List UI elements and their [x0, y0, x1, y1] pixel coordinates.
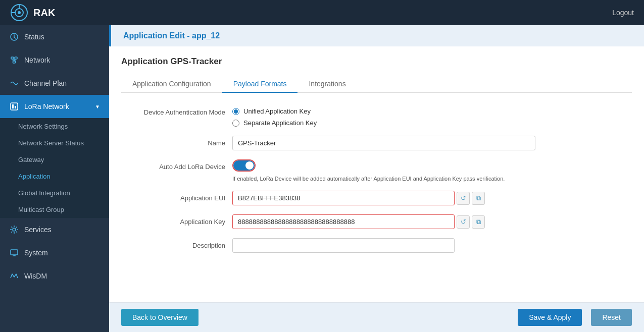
auto-add-label: Auto Add LoRa Device	[121, 159, 232, 171]
footer-right-buttons: Save & Apply Reset	[518, 309, 632, 326]
reset-button[interactable]: Reset	[591, 309, 632, 326]
description-label: Description	[121, 238, 232, 249]
auto-add-wrapper: If enabled, LoRa Device will be added au…	[232, 159, 535, 182]
content-area: Application GPS-Tracker Application Conf…	[109, 46, 644, 302]
sidebar-item-wisdm[interactable]: WisDM	[0, 264, 109, 288]
sidebar-item-lora-network[interactable]: LoRa Network ▼	[0, 95, 109, 118]
name-field-wrapper	[232, 136, 535, 150]
services-icon	[9, 225, 19, 235]
svg-rect-12	[12, 104, 14, 108]
auth-option-unified[interactable]: Unified Application Key	[232, 107, 535, 115]
lora-expand-arrow: ▼	[95, 104, 100, 109]
eui-input[interactable]	[232, 191, 455, 205]
tab-integrations[interactable]: Integrations	[298, 76, 357, 93]
eui-refresh-button[interactable]: ↺	[457, 192, 470, 205]
footer: Back to Overview Save & Apply Reset	[109, 302, 644, 332]
wisdm-icon	[9, 271, 19, 281]
sidebar-item-network-server-status[interactable]: Network Server Status	[0, 135, 109, 151]
sidebar-item-lora-label: LoRa Network	[24, 102, 69, 110]
svg-rect-13	[15, 106, 16, 108]
sidebar-item-application[interactable]: Application	[0, 168, 109, 185]
eui-input-group: ↺ ⧉	[232, 191, 535, 205]
main-area: Application Edit - app_12 Application GP…	[109, 25, 644, 332]
logo: RAK	[10, 4, 55, 22]
sidebar-item-services[interactable]: Services	[0, 218, 109, 241]
svg-rect-8	[13, 61, 16, 63]
sidebar-item-services-label: Services	[24, 226, 52, 234]
sidebar-item-status-label: Status	[24, 33, 44, 41]
auto-add-hint: If enabled, LoRa Device will be added au…	[232, 175, 510, 182]
form-group-auth-mode: Device Authentication Mode Unified Appli…	[121, 105, 632, 127]
sidebar-item-network[interactable]: Network	[0, 48, 109, 72]
sidebar-item-network-label: Network	[24, 56, 50, 64]
sidebar-item-network-settings[interactable]: Network Settings	[0, 118, 109, 135]
system-icon	[9, 248, 19, 258]
svg-rect-11	[11, 103, 18, 110]
sidebar-item-gateway[interactable]: Gateway	[0, 151, 109, 168]
auth-mode-label: Device Authentication Mode	[121, 105, 232, 116]
auth-unified-radio[interactable]	[232, 108, 239, 115]
svg-rect-15	[11, 250, 18, 255]
network-icon	[9, 55, 19, 65]
key-input[interactable]	[232, 214, 455, 229]
logout-button[interactable]: Logout	[612, 9, 634, 17]
sidebar-item-wisdm-label: WisDM	[24, 272, 47, 280]
sidebar-item-multicast-group[interactable]: Multicast Group	[0, 201, 109, 218]
form-group-key: Application Key ↺ ⧉	[121, 214, 632, 229]
toggle-thumb	[245, 161, 254, 170]
key-refresh-button[interactable]: ↺	[457, 215, 470, 229]
toggle-section	[232, 159, 535, 172]
sidebar-submenu-lora: Network Settings Network Server Status G…	[0, 118, 109, 218]
auth-mode-options: Unified Application Key Separate Applica…	[232, 105, 535, 127]
eui-field-wrapper: ↺ ⧉	[232, 191, 535, 205]
svg-point-14	[13, 228, 16, 231]
tab-app-config[interactable]: Application Configuration	[121, 76, 222, 93]
sidebar: Status Network Channel Plan LoRa Network…	[0, 25, 109, 332]
key-label: Application Key	[121, 214, 232, 226]
key-copy-button[interactable]: ⧉	[472, 215, 485, 229]
status-icon	[9, 32, 19, 42]
eui-copy-button[interactable]: ⧉	[472, 192, 485, 205]
app-title: Application GPS-Tracker	[121, 57, 632, 67]
auto-add-toggle[interactable]	[232, 159, 256, 172]
svg-rect-6	[11, 57, 14, 59]
sidebar-item-status[interactable]: Status	[0, 25, 109, 48]
auth-option-separate[interactable]: Separate Application Key	[232, 119, 535, 127]
description-input[interactable]	[232, 238, 455, 253]
tab-payload-formats[interactable]: Payload Formats	[222, 76, 298, 93]
page-header: Application Edit - app_12	[109, 25, 644, 46]
topbar: RAK Logout	[0, 0, 644, 25]
sidebar-item-system[interactable]: System	[0, 241, 109, 264]
form-group-eui: Application EUI ↺ ⧉	[121, 191, 632, 205]
back-to-overview-button[interactable]: Back to Overview	[121, 309, 199, 326]
name-input[interactable]	[232, 136, 535, 150]
lora-icon	[9, 101, 19, 112]
sidebar-item-system-label: System	[24, 249, 48, 257]
sidebar-item-channel-label: Channel Plan	[24, 79, 67, 87]
auth-separate-radio[interactable]	[232, 120, 239, 127]
logo-text: RAK	[33, 7, 55, 19]
form-group-name: Name	[121, 136, 632, 150]
page-title: Application Edit - app_12	[123, 31, 220, 40]
form-group-description: Description	[121, 238, 632, 253]
svg-rect-7	[15, 57, 17, 59]
key-field-wrapper: ↺ ⧉	[232, 214, 535, 229]
rak-logo-icon	[10, 4, 28, 22]
sidebar-item-global-integration[interactable]: Global Integration	[0, 185, 109, 201]
description-field-wrapper	[232, 238, 535, 253]
sidebar-item-channel-plan[interactable]: Channel Plan	[0, 72, 109, 95]
channel-icon	[9, 78, 19, 88]
svg-point-2	[18, 11, 21, 14]
form-group-auto-add: Auto Add LoRa Device If enabled, LoRa De…	[121, 159, 632, 182]
tabs: Application Configuration Payload Format…	[121, 76, 632, 93]
name-label: Name	[121, 136, 232, 147]
eui-label: Application EUI	[121, 191, 232, 202]
save-apply-button[interactable]: Save & Apply	[518, 309, 582, 326]
key-input-group: ↺ ⧉	[232, 214, 535, 229]
toggle-track	[233, 160, 255, 171]
